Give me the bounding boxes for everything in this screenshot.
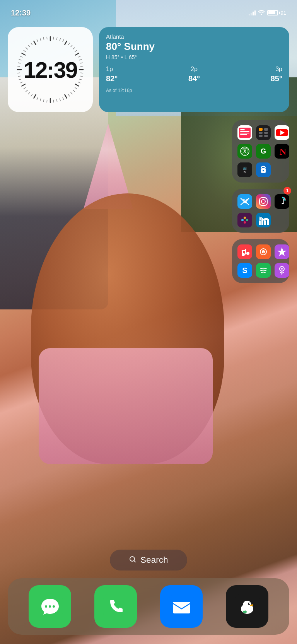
signal-icon — [249, 10, 256, 15]
svg-text:𝕏: 𝕏 — [243, 198, 248, 205]
netflix-app-icon[interactable]: N — [275, 144, 289, 159]
calculator-app-icon[interactable] — [256, 125, 271, 140]
news-app-icon[interactable] — [237, 125, 252, 140]
svg-text:📺: 📺 — [243, 166, 247, 170]
spotify-app-icon[interactable] — [256, 263, 271, 278]
search-icon — [129, 555, 137, 565]
status-time: 12:39 — [11, 9, 31, 17]
svg-text:G: G — [261, 147, 266, 155]
svg-rect-69 — [259, 132, 263, 134]
svg-rect-114 — [242, 250, 246, 251]
garageband-app-icon[interactable]: ♪ — [256, 244, 271, 259]
svg-point-130 — [45, 605, 47, 608]
svg-point-138 — [243, 601, 251, 609]
svg-rect-63 — [240, 131, 249, 132]
youtube-app-icon[interactable] — [275, 125, 289, 140]
search-bar[interactable]: Search — [110, 550, 187, 571]
search-pill[interactable]: Search — [110, 550, 187, 571]
svg-text:♪: ♪ — [263, 251, 264, 254]
svg-rect-72 — [264, 135, 268, 137]
onepassword-app-icon[interactable] — [256, 162, 271, 177]
svg-rect-112 — [245, 249, 246, 255]
weather-updated: As of 12:16p — [106, 88, 282, 93]
svg-text:tv: tv — [244, 171, 246, 173]
weather-hour-3: 3p — [275, 66, 282, 73]
svg-point-139 — [248, 603, 250, 605]
gamepass-app-icon[interactable]: G — [256, 144, 271, 159]
weather-hour-2: 2p — [191, 66, 198, 73]
instagram-app-icon[interactable] — [256, 194, 271, 209]
weather-widget[interactable]: Atlanta 80° Sunny H 85° • L 65° 1p 2p 3p… — [99, 27, 289, 112]
svg-text:X: X — [243, 149, 246, 154]
status-icons: 91 — [249, 9, 286, 16]
battery-icon: 91 — [267, 10, 286, 16]
appletv-app-icon[interactable]: 📺 tv — [237, 162, 252, 177]
svg-rect-68 — [264, 128, 268, 131]
shazam-app-icon[interactable]: S — [237, 263, 252, 278]
music-app-icon[interactable] — [237, 244, 252, 259]
svg-point-95 — [266, 198, 267, 200]
xbox-app-icon[interactable]: X — [237, 144, 252, 159]
svg-rect-66 — [256, 125, 271, 140]
app-groups: X G N 📺 tv — [232, 120, 289, 283]
svg-rect-108 — [264, 220, 266, 225]
svg-rect-125 — [275, 263, 289, 278]
svg-point-111 — [246, 252, 249, 255]
mail-dock-icon[interactable] — [160, 585, 203, 628]
dock — [8, 578, 289, 635]
svg-point-101 — [244, 217, 246, 219]
battery-percentage: 91 — [281, 10, 286, 16]
clock-widget[interactable]: 12:39 — [8, 27, 93, 112]
svg-rect-92 — [256, 194, 271, 209]
slack-app-icon[interactable] — [237, 213, 252, 227]
tiktok-app-icon[interactable]: ♩ — [275, 194, 289, 209]
svg-point-99 — [241, 219, 244, 221]
clock-face: 12:39 — [14, 33, 87, 106]
phone-dock-icon[interactable] — [94, 585, 137, 628]
weather-hourly-labels: 1p 2p 3p — [106, 66, 282, 73]
svg-rect-67 — [259, 128, 263, 131]
svg-point-132 — [53, 605, 55, 608]
weather-high-low: H 85° • L 65° — [106, 54, 282, 60]
svg-text:♩: ♩ — [281, 198, 284, 206]
svg-rect-98 — [237, 213, 252, 227]
widgets-area: 12:39 Atlanta 80° Sunny H 85° • L 65° 1p… — [0, 23, 297, 116]
social-folder-badge: 1 — [283, 187, 291, 195]
svg-rect-133 — [103, 594, 128, 619]
clock-time: 12:39 — [14, 33, 87, 106]
entertainment-folder[interactable]: X G N 📺 tv — [232, 120, 289, 183]
apple-podcasts-icon[interactable] — [275, 263, 289, 278]
empty-slot-2 — [275, 213, 289, 227]
svg-rect-106 — [261, 219, 263, 225]
dock-container — [8, 578, 289, 635]
svg-rect-71 — [259, 135, 263, 137]
svg-point-89 — [263, 170, 264, 171]
empty-slot — [275, 162, 289, 177]
twitter-app-icon[interactable]: 𝕏 — [237, 194, 252, 209]
svg-rect-135 — [173, 602, 190, 613]
weather-city: Atlanta — [106, 33, 282, 40]
weather-hourly-temps: 82° 84° 85° — [106, 74, 282, 83]
svg-rect-84 — [237, 162, 252, 177]
svg-point-140 — [249, 603, 249, 603]
svg-rect-65 — [240, 134, 247, 135]
svg-text:N: N — [280, 147, 287, 157]
social-folder[interactable]: 1 𝕏 ♩ — [232, 189, 289, 233]
weather-temp-main: 80° Sunny — [106, 41, 282, 53]
weather-hour-1: 1p — [106, 66, 113, 73]
messages-dock-icon[interactable] — [29, 585, 71, 628]
search-label: Search — [140, 555, 168, 565]
podcasts-app-icon[interactable] — [275, 244, 289, 259]
music-folder[interactable]: ♪ S — [232, 239, 289, 283]
weather-temp-1: 82° — [106, 74, 118, 83]
duckduckgo-dock-icon[interactable] — [226, 585, 268, 628]
weather-temp-3: 85° — [271, 74, 282, 83]
svg-text:S: S — [242, 266, 247, 275]
status-bar: 12:39 91 — [0, 0, 297, 21]
svg-point-100 — [246, 219, 248, 221]
svg-rect-70 — [264, 132, 268, 134]
svg-point-102 — [244, 221, 246, 224]
svg-rect-105 — [259, 220, 261, 225]
wifi-icon — [258, 9, 265, 16]
linkedin-app-icon[interactable]: in — [256, 213, 271, 227]
